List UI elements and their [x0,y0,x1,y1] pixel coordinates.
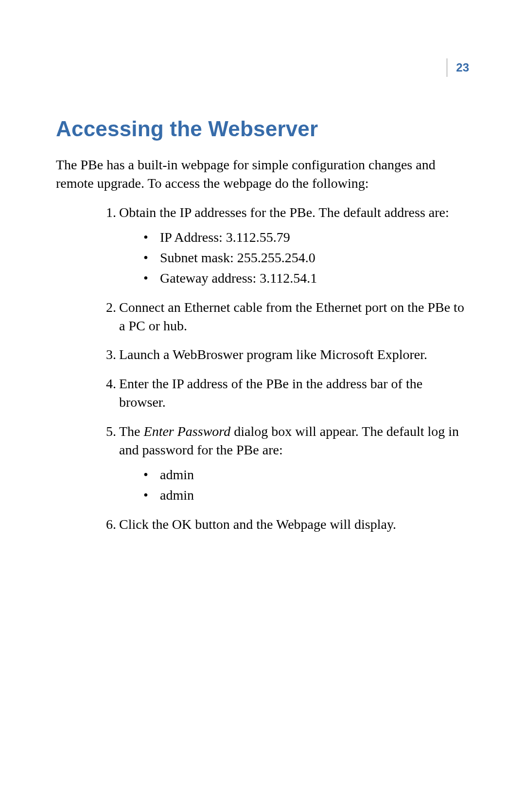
step-1: 1. Obtain the IP addresses for the PBe. … [100,203,469,288]
step-number: 4. [100,375,116,393]
step-number: 2. [100,298,116,317]
step-number: 5. [100,422,116,441]
step-text-before: The [119,424,144,439]
step-text: Launch a WebBroswer program like Microso… [119,347,427,362]
step-text: Connect an Ethernet cable from the Ether… [119,300,464,333]
step-text-italic: Enter Password [144,424,231,439]
step-4: 4. Enter the IP address of the PBe in th… [100,375,469,412]
step-5-sublist: admin admin [119,466,469,505]
step-6: 6. Click the OK button and the Webpage w… [100,515,469,534]
step-2: 2. Connect an Ethernet cable from the Et… [100,298,469,335]
list-item: IP Address: 3.112.55.79 [143,228,469,247]
page-title: Accessing the Webserver [56,117,469,141]
page-header: 23 [56,58,469,88]
step-number: 3. [100,345,116,364]
step-1-sublist: IP Address: 3.112.55.79 Subnet mask: 255… [119,228,469,287]
step-5: 5. The Enter Password dialog box will ap… [100,422,469,505]
steps-list: 1. Obtain the IP addresses for the PBe. … [56,203,469,534]
step-3: 3. Launch a WebBroswer program like Micr… [100,345,469,364]
intro-paragraph: The PBe has a built-in webpage for simpl… [56,156,469,193]
list-item: admin [143,466,469,484]
step-text: Click the OK button and the Webpage will… [119,517,396,532]
list-item: admin [143,486,469,505]
step-text: Enter the IP address of the PBe in the a… [119,376,422,410]
list-item: Subnet mask: 255.255.254.0 [143,249,469,267]
step-number: 6. [100,515,116,534]
step-number: 1. [100,203,116,222]
page-number: 23 [447,58,469,77]
step-text: The Enter Password dialog box will appea… [119,424,459,457]
document-page: 23 Accessing the Webserver The PBe has a… [0,0,525,812]
list-item: Gateway address: 3.112.54.1 [143,269,469,288]
step-text: Obtain the IP addresses for the PBe. The… [119,205,449,220]
